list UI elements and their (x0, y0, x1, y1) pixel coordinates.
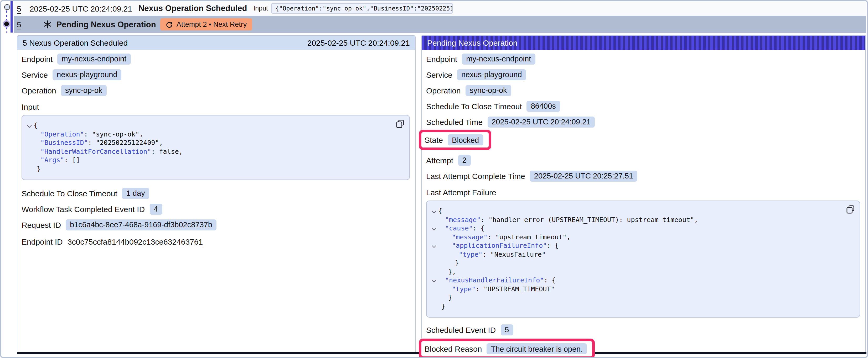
json-text: : "upstream timeout", (487, 233, 570, 241)
field-row-endpoint-id: Endpoint ID 3c0c75ccfa8144b092c13ce63246… (22, 236, 410, 247)
field-label: Request ID (22, 220, 61, 229)
field-value-badge: nexus-playground (53, 69, 122, 80)
state-value-badge: Blocked (448, 134, 483, 145)
copy-icon[interactable] (396, 120, 404, 128)
field-label: Workflow Task Completed Event ID (22, 204, 145, 214)
selected-group-bar (10, 1, 12, 33)
field-row-workflow-task-completed-event-id: Workflow Task Completed Event ID 4 (22, 203, 410, 215)
chevron-down-icon[interactable] (430, 279, 438, 282)
json-text: } (438, 293, 452, 302)
blocked-reason-value-badge: The circuit breaker is open. (487, 343, 587, 354)
json-key: "type" (459, 250, 482, 259)
json-key: "message" (445, 216, 480, 224)
json-key: "applicationFailureInfo" (452, 241, 547, 250)
field-label: Endpoint ID (22, 237, 63, 246)
field-row-service: Service nexus-playground (426, 69, 860, 80)
json-key: "message" (452, 233, 487, 241)
pending-operation-header-title: Pending Nexus Operation (427, 38, 518, 47)
field-label: Endpoint (426, 54, 457, 63)
state-field-highlight-box: State Blocked (419, 130, 491, 150)
field-label: Last Attempt Complete Time (426, 171, 525, 180)
failure-json-viewer: { "message": "handler error (UPSTREAM_TI… (426, 200, 860, 318)
chevron-down-icon[interactable] (25, 124, 34, 127)
last-attempt-failure-label: Last Attempt Failure (426, 188, 860, 197)
field-label: Schedule To Close Timeout (22, 189, 118, 198)
event-id-link[interactable]: 5 (17, 4, 21, 13)
json-text: : "sync-op-ok", (84, 130, 144, 138)
scheduled-event-header-title: 5 Nexus Operation Scheduled (23, 38, 128, 47)
json-text: : { (544, 276, 556, 285)
field-value-badge: nexus-playground (457, 69, 526, 80)
field-row-operation: Operation sync-op-ok (426, 85, 860, 96)
json-text: : [] (64, 156, 80, 165)
event-row-nexus-operation-scheduled[interactable]: 5 2025-02-25 UTC 20:24:09.21 Nexus Opera… (14, 1, 866, 16)
pending-operation-header: Pending Nexus Operation (422, 36, 865, 50)
field-value-badge: sync-op-ok (61, 85, 107, 96)
copy-icon[interactable] (846, 205, 854, 214)
field-row-schedule-to-close-timeout: Schedule To Close Timeout 1 day (22, 187, 410, 199)
field-row-endpoint: Endpoint my-nexus-endpoint (22, 53, 410, 65)
endpoint-id-link[interactable]: 3c0c75ccfa8144b092c13ce632463761 (67, 237, 203, 246)
field-label: Scheduled Time (426, 117, 483, 126)
field-value-badge: 2025-02-25 UTC 20:25:27.51 (530, 170, 637, 182)
event-id-link[interactable]: 5 (17, 20, 21, 29)
json-text: : "UPSTREAM_TIMEOUT" (475, 285, 555, 293)
scheduled-event-detail-panel: 5 Nexus Operation Scheduled 2025-02-25 U… (17, 35, 415, 354)
field-row-scheduled-time: Scheduled Time 2025-02-25 UTC 20:24:09.2… (426, 116, 860, 128)
field-label: Operation (22, 86, 56, 95)
chevron-down-icon[interactable] (430, 227, 438, 230)
hollow-circle-icon (4, 4, 10, 10)
input-label: Input (253, 5, 268, 12)
json-key: "type" (452, 285, 475, 293)
json-key: "BusinessID" (40, 138, 88, 147)
scheduled-event-header-time: 2025-02-25 UTC 20:24:09.21 (307, 38, 410, 47)
json-text: : "handler error (UPSTREAM_TIMEOUT): ups… (480, 216, 698, 224)
json-key: "cause" (445, 224, 473, 233)
json-text: : { (473, 224, 485, 233)
attempt-retry-label: Attempt 2 • Next Retry (177, 21, 247, 28)
json-text: : "20250225122409", (88, 138, 163, 147)
pending-nexus-operation-panel: Pending Nexus Operation Endpoint my-nexu… (422, 35, 866, 354)
field-label: Schedule To Close Timeout (426, 102, 522, 110)
attempt-retry-badge: Attempt 2 • Next Retry (160, 19, 252, 30)
json-key: "HandlerWaitForCancellation" (40, 147, 151, 156)
scheduled-event-header: 5 Nexus Operation Scheduled 2025-02-25 U… (17, 36, 415, 50)
event-history-panel: 5 2025-02-25 UTC 20:24:09.21 Nexus Opera… (0, 0, 868, 358)
field-label: Endpoint (22, 54, 53, 63)
event-title: Pending Nexus Operation (57, 20, 156, 29)
json-text: } (438, 302, 445, 311)
event-row-pending-nexus-operation[interactable]: 5 Pending Nexus Operation Attempt 2 • Ne… (14, 16, 866, 33)
field-label: Service (22, 70, 48, 79)
json-text: : "NexusFailure" (482, 250, 546, 259)
json-key: "nexusHandlerFailureInfo" (445, 276, 544, 285)
asterisk-icon (43, 20, 52, 29)
json-text: } (438, 259, 459, 267)
field-label: State (425, 135, 443, 144)
blocked-reason-highlight-box: Blocked Reason The circuit breaker is op… (419, 338, 595, 358)
event-title: Nexus Operation Scheduled (138, 4, 247, 13)
field-label: Scheduled Event ID (426, 325, 496, 334)
field-row-attempt: Attempt 2 (426, 154, 860, 166)
json-key: "Operation" (40, 130, 84, 138)
event-timestamp: 2025-02-25 UTC 20:24:09.21 (30, 4, 132, 13)
input-section-label: Input (22, 102, 410, 112)
field-value-badge: 4 (150, 203, 162, 215)
json-text: { (34, 121, 37, 130)
field-value-badge: 1 day (122, 188, 149, 199)
json-text: } (34, 165, 41, 173)
field-label: Service (426, 70, 453, 79)
field-label: Blocked Reason (425, 344, 482, 353)
json-text: }, (438, 267, 456, 276)
chevron-down-icon[interactable] (430, 210, 438, 213)
input-json-viewer: { "Operation": "sync-op-ok", "BusinessID… (22, 115, 410, 180)
json-text: { (438, 207, 442, 216)
input-preview-badge: {"Operation":"sync-op-ok","BusinessID":"… (271, 3, 453, 14)
field-value-badge: sync-op-ok (466, 85, 511, 96)
json-key: "Args" (40, 156, 64, 165)
field-row-request-id: Request ID b1c6a4bc-8ee7-468a-9169-df3b0… (22, 219, 410, 230)
field-row-last-attempt-complete-time: Last Attempt Complete Time 2025-02-25 UT… (426, 170, 860, 182)
field-row-endpoint: Endpoint my-nexus-endpoint (426, 53, 860, 65)
field-value-badge: my-nexus-endpoint (57, 53, 130, 64)
field-value-badge: 2 (458, 155, 470, 166)
chevron-down-icon[interactable] (430, 245, 438, 248)
